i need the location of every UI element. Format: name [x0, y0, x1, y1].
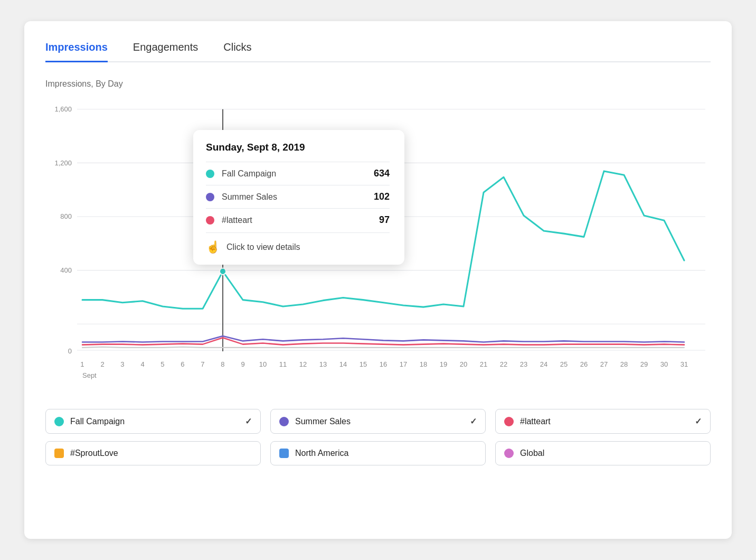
legend-dot-global — [504, 449, 514, 458]
svg-text:10: 10 — [259, 360, 267, 368]
tooltip-row-latteart: #latteart 97 — [206, 208, 390, 231]
chart-title: Impressions, By Day — [45, 79, 711, 89]
tab-engagements[interactable]: Engagements — [133, 41, 198, 62]
main-card: Impressions Engagements Clicks Impressio… — [24, 21, 732, 539]
legend-left-fall-campaign: Fall Campaign — [54, 417, 125, 426]
legend-label-summer-sales: Summer Sales — [295, 417, 351, 426]
legend-check-summer-sales: ✓ — [470, 416, 477, 426]
svg-text:1,600: 1,600 — [54, 105, 72, 113]
legend-left-sproutlove: #SproutLove — [54, 449, 118, 458]
legend-dot-latteart — [504, 417, 514, 426]
svg-text:7: 7 — [201, 360, 204, 368]
legend-left-north-america: North America — [279, 449, 348, 458]
svg-text:18: 18 — [420, 360, 427, 368]
svg-text:8: 8 — [221, 360, 224, 368]
svg-text:17: 17 — [400, 360, 407, 368]
legend-item-summer-sales[interactable]: Summer Sales ✓ — [270, 409, 486, 434]
tab-clicks[interactable]: Clicks — [223, 41, 251, 62]
svg-text:15: 15 — [360, 360, 367, 368]
svg-text:27: 27 — [600, 360, 608, 368]
svg-text:9: 9 — [241, 360, 244, 368]
svg-text:24: 24 — [540, 360, 547, 368]
legend-dot-fall-campaign — [54, 417, 64, 426]
svg-text:0: 0 — [68, 347, 72, 355]
chart-tooltip[interactable]: Sunday, Sept 8, 2019 Fall Campaign 634 S… — [193, 130, 404, 265]
legend-label-latteart: #latteart — [520, 417, 551, 426]
legend-check-latteart: ✓ — [695, 416, 702, 426]
svg-text:Sept: Sept — [82, 371, 97, 379]
tooltip-dot-summer-sales — [206, 193, 214, 201]
legend-item-fall-campaign[interactable]: Fall Campaign ✓ — [45, 409, 261, 434]
svg-text:20: 20 — [460, 360, 467, 368]
tooltip-row-fall-campaign: Fall Campaign 634 — [206, 162, 390, 185]
tooltip-label-latteart: #latteart — [222, 216, 373, 225]
touch-icon: ☝ — [206, 240, 220, 254]
legend-grid: Fall Campaign ✓ Summer Sales ✓ #latteart… — [45, 409, 711, 465]
svg-text:2: 2 — [100, 360, 104, 368]
svg-text:28: 28 — [620, 360, 628, 368]
tooltip-value-summer-sales: 102 — [374, 191, 390, 202]
svg-text:25: 25 — [560, 360, 568, 368]
tooltip-click-label: Click to view details — [226, 242, 300, 252]
tabs-container: Impressions Engagements Clicks — [45, 40, 711, 62]
legend-item-north-america[interactable]: North America — [270, 441, 486, 465]
legend-item-sproutlove[interactable]: #SproutLove — [45, 441, 261, 465]
tooltip-value-latteart: 97 — [379, 214, 390, 226]
svg-text:29: 29 — [640, 360, 648, 368]
legend-check-fall-campaign: ✓ — [245, 416, 252, 426]
svg-text:31: 31 — [681, 360, 688, 368]
svg-text:26: 26 — [580, 360, 588, 368]
svg-text:4: 4 — [140, 360, 144, 368]
legend-left-global: Global — [504, 449, 544, 458]
legend-left-latteart: #latteart — [504, 417, 551, 426]
svg-text:3: 3 — [120, 360, 124, 368]
tooltip-row-summer-sales: Summer Sales 102 — [206, 185, 390, 208]
tooltip-value-fall-campaign: 634 — [374, 168, 390, 179]
legend-left-summer-sales: Summer Sales — [279, 417, 351, 426]
tooltip-label-fall-campaign: Fall Campaign — [222, 169, 367, 179]
tooltip-title: Sunday, Sept 8, 2019 — [206, 142, 390, 153]
svg-text:11: 11 — [279, 360, 287, 368]
legend-dot-summer-sales — [279, 417, 289, 426]
svg-text:1,200: 1,200 — [54, 158, 72, 166]
legend-label-north-america: North America — [295, 449, 348, 458]
chart-container: 1,600 1,200 800 400 0 1 2 3 4 5 6 7 8 9 … — [45, 98, 711, 394]
legend-item-global[interactable]: Global — [495, 441, 711, 465]
tooltip-click-details[interactable]: ☝ Click to view details — [206, 232, 390, 254]
svg-text:400: 400 — [60, 266, 72, 274]
svg-point-44 — [220, 268, 226, 274]
svg-text:30: 30 — [660, 360, 668, 368]
svg-text:13: 13 — [319, 360, 327, 368]
legend-item-latteart[interactable]: #latteart ✓ — [495, 409, 711, 434]
svg-text:6: 6 — [181, 360, 184, 368]
svg-text:12: 12 — [299, 360, 307, 368]
tooltip-dot-latteart — [206, 216, 214, 225]
tooltip-label-summer-sales: Summer Sales — [222, 192, 367, 202]
tooltip-dot-fall-campaign — [206, 170, 214, 178]
svg-text:21: 21 — [480, 360, 487, 368]
legend-dot-sproutlove — [54, 449, 64, 458]
svg-text:22: 22 — [500, 360, 507, 368]
svg-text:14: 14 — [339, 360, 347, 368]
svg-text:16: 16 — [380, 360, 387, 368]
legend-label-sproutlove: #SproutLove — [70, 449, 118, 458]
svg-text:19: 19 — [440, 360, 447, 368]
tab-impressions[interactable]: Impressions — [45, 41, 108, 62]
svg-text:5: 5 — [160, 360, 164, 368]
svg-text:800: 800 — [60, 212, 72, 220]
legend-label-global: Global — [520, 449, 544, 458]
legend-dot-north-america — [279, 449, 289, 458]
svg-text:23: 23 — [520, 360, 527, 368]
svg-text:1: 1 — [80, 360, 84, 368]
legend-label-fall-campaign: Fall Campaign — [70, 417, 125, 426]
